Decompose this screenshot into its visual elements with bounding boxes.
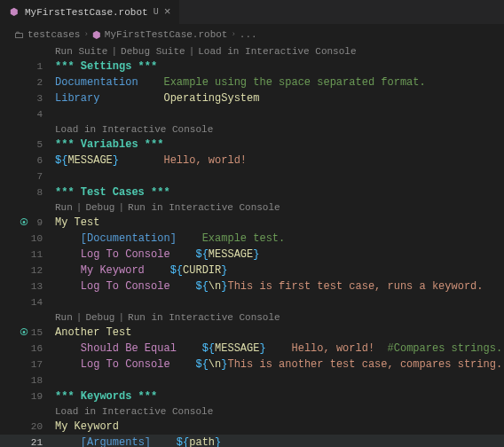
code-line[interactable]: 13 Log To Console ${\n}This is first tes… [0, 278, 504, 294]
code-line[interactable]: 12 My Keyword ${CURDIR} [0, 263, 504, 278]
code-line[interactable]: ⦿9 My Test [0, 215, 504, 231]
code-line[interactable]: 4 [0, 106, 504, 122]
codelens-link[interactable]: Load in Interactive Console [55, 406, 213, 417]
code-line[interactable]: 1 *** Settings *** [0, 59, 504, 74]
suite-codelens: Run Suite | Debug Suite | Load in Intera… [0, 44, 504, 59]
codelens-link[interactable]: Debug Suite [121, 46, 185, 57]
code-line[interactable]: 20 My Keyword [0, 419, 504, 435]
codelens-link[interactable]: Debug [85, 202, 114, 213]
editor-tab[interactable]: ⬢ MyFirstTestCase.robot U × [0, 0, 180, 24]
breadcrumb-segment[interactable]: testcases [28, 29, 80, 40]
code-line[interactable]: 18 [0, 372, 504, 388]
close-icon[interactable]: × [164, 5, 171, 19]
folder-icon: 🗀 [14, 29, 24, 41]
codelens-link[interactable]: Load in Interactive Console [198, 46, 356, 57]
code-line[interactable]: 19 *** Keywords *** [0, 388, 504, 404]
robot-file-icon: ⬢ [9, 7, 20, 18]
codelens: Run|Debug|Run in Interactive Console [0, 310, 504, 325]
code-line[interactable]: 11 Log To Console ${MESSAGE} [0, 247, 504, 263]
code-editor[interactable]: 1 *** Settings *** 2 Documentation Examp… [0, 59, 504, 447]
codelens-link[interactable]: Run [55, 312, 73, 323]
breadcrumb-segment[interactable]: ... [240, 29, 257, 40]
code-line[interactable]: 5 *** Variables *** [0, 137, 504, 153]
code-line[interactable]: 2 Documentation Example using the space … [0, 74, 504, 90]
test-pass-icon[interactable]: ⦿ [18, 217, 30, 228]
code-line[interactable]: 14 [0, 294, 504, 310]
tab-bar: ⬢ MyFirstTestCase.robot U × [0, 0, 504, 25]
breadcrumb-segment[interactable]: MyFirstTestCase.robot [105, 29, 228, 40]
code-line[interactable]: 10 [Documentation] Example test. [0, 231, 504, 247]
code-line[interactable]: 7 [0, 169, 504, 184]
code-line[interactable]: 17 Log To Console ${\n}This is another t… [0, 357, 504, 372]
code-line[interactable]: 21 [Arguments] ${path} [0, 435, 504, 447]
code-line[interactable]: 8 *** Test Cases *** [0, 184, 504, 200]
codelens-link[interactable]: Run in Interactive Console [128, 312, 280, 323]
tab-filename: MyFirstTestCase.robot [25, 7, 148, 18]
codelens: Run|Debug|Run in Interactive Console [0, 200, 504, 215]
tab-modified-indicator: U [154, 7, 159, 17]
test-pass-icon[interactable]: ⦿ [18, 327, 30, 338]
codelens: Load in Interactive Console [0, 122, 504, 137]
code-line[interactable]: ⦿15 Another Test [0, 325, 504, 341]
codelens-link[interactable]: Run Suite [55, 46, 107, 57]
code-line[interactable]: 6 ${MESSAGE} Hello, world! [0, 153, 504, 169]
chevron-right-icon: › [231, 30, 235, 39]
code-line[interactable]: 3 Library OperatingSystem [0, 90, 504, 106]
chevron-right-icon: › [83, 30, 88, 39]
codelens: Load in Interactive Console [0, 404, 504, 419]
codelens-link[interactable]: Debug [85, 312, 114, 323]
codelens-link[interactable]: Run in Interactive Console [128, 202, 280, 213]
breadcrumb[interactable]: 🗀 testcases › ⬢ MyFirstTestCase.robot › … [0, 25, 504, 44]
codelens-link[interactable]: Run [55, 202, 73, 213]
code-line[interactable]: 16 Should Be Equal ${MESSAGE} Hello, wor… [0, 341, 504, 357]
codelens-link[interactable]: Load in Interactive Console [55, 124, 213, 135]
robot-file-icon: ⬢ [92, 29, 101, 41]
